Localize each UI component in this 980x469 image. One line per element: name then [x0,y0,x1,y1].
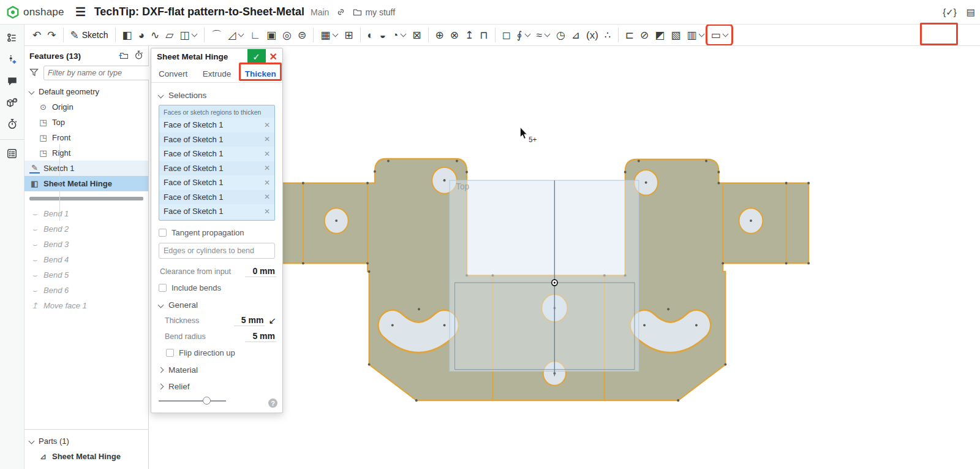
transform-button[interactable]: ↥ [462,26,476,44]
draft-button[interactable]: ◿ [225,26,246,44]
tangent-propagation-row[interactable]: Tangent propagation [159,226,276,240]
spec-list-icon[interactable] [4,145,21,162]
flip-direction-row[interactable]: Flip direction up [159,346,276,360]
flat-pattern-view-button-dropdown-icon[interactable] [723,31,729,37]
feature-list-toggle-icon[interactable] [4,29,21,47]
feature-row-origin[interactable]: ⊙Origin [24,99,148,115]
sketch-button[interactable]: ✎Sketch [68,26,111,44]
main-menu-icon[interactable]: ☰ [75,5,86,19]
part-info-icon[interactable]: ? [4,94,21,111]
modify-fillet-button-dropdown-icon[interactable] [401,31,407,37]
pattern-button-dropdown-icon[interactable] [333,31,339,37]
remove-face-icon[interactable]: ✕ [264,193,270,201]
accept-button[interactable]: ✓ [247,49,266,64]
variable-button[interactable]: (x) [584,26,601,44]
fillet-button[interactable]: ⌒ [209,26,224,44]
feature-row-bend-6[interactable]: ⌣Bend 6 [24,283,148,298]
sheet-metal-corner-button[interactable]: ◩ [652,26,667,44]
mirror-button[interactable]: ⊞ [342,26,355,44]
workspace-label[interactable]: my stuff [365,7,395,17]
boolean-button[interactable]: ◐ [365,26,376,44]
selections-section-header[interactable]: Selections [157,88,276,102]
tangent-propagation-checkbox[interactable] [159,229,167,237]
split-button[interactable]: ◒ [377,26,388,44]
thickness-value[interactable]: 5 mm [234,315,265,326]
new-folder-icon[interactable] [118,51,128,61]
pattern-button[interactable]: ▦ [318,26,341,44]
face-selection-row[interactable]: Face of Sketch 1✕ [159,118,274,132]
helix-button[interactable]: ∮ [514,26,533,44]
tab-convert[interactable]: Convert [151,69,195,78]
bend-radius-value[interactable]: 5 mm [245,331,276,342]
feature-row-bend-2[interactable]: ⌣Bend 2 [24,221,148,237]
filter-input[interactable] [43,66,152,80]
thicken-button[interactable]: ◫ [177,26,200,44]
remove-face-icon[interactable]: ✕ [264,207,270,216]
face-selection-row[interactable]: Face of Sketch 1✕ [159,132,274,147]
origin-marker[interactable] [552,280,557,286]
top-plane[interactable] [450,180,639,371]
custom-feature-script-icon[interactable]: {✓} [943,7,957,18]
feature-row-sheet-metal-hinge[interactable]: ◧Sheet Metal Hinge [24,176,148,191]
history-icon[interactable] [134,50,143,61]
feature-row-bend-5[interactable]: ⌣Bend 5 [24,267,148,283]
modify-fillet-button[interactable]: ◔ [390,26,409,44]
history-icon[interactable] [4,115,21,132]
helix-button-dropdown-icon[interactable] [524,31,530,37]
feature-row-bend-4[interactable]: ⌣Bend 4 [24,252,148,267]
bend-button[interactable]: ∟ [247,26,263,44]
sweep-button[interactable]: ∿ [148,26,162,44]
remove-face-icon[interactable]: ✕ [264,150,270,158]
projected-curve-button[interactable]: ⊿ [569,26,582,44]
spline-button[interactable]: ≈ [534,26,552,44]
branch-label[interactable]: Main [311,7,329,17]
part-item-row[interactable]: ⊿ Sheet Metal Hinge [24,449,148,464]
tab-extrude[interactable]: Extrude [195,69,238,78]
sheet-metal-model-button[interactable]: ⊏ [623,26,636,44]
clearance-value[interactable]: 0 mm [245,266,276,277]
material-section-header[interactable]: Material [157,363,276,378]
feature-spec-list-icon[interactable]: ▤ [967,7,975,18]
document-title[interactable]: TechTip: DXF-flat pattern-to-Sheet-Metal [94,6,304,18]
remove-face-icon[interactable]: ✕ [264,178,270,187]
include-bends-row[interactable]: Include bends [159,281,276,296]
cylinder-button[interactable]: ⊜ [295,26,309,44]
relief-section-header[interactable]: Relief [157,379,276,394]
remove-face-icon[interactable]: ✕ [264,121,270,129]
finish-sheet-metal-button[interactable]: ▧ [668,26,683,44]
composite-curve-button[interactable]: ◷ [554,26,568,44]
face-selection-row[interactable]: Face of Sketch 1✕ [159,190,274,205]
feature-row-right[interactable]: ◳Right [24,145,148,161]
flip-direction-icon[interactable]: ↙ [268,315,276,326]
remove-face-icon[interactable]: ✕ [264,135,270,143]
thicken-button-dropdown-icon[interactable] [192,31,198,37]
feature-row-top[interactable]: ◳Top [24,115,148,130]
offset-surface-button[interactable]: ⊓ [477,26,490,44]
face-selection-row[interactable]: Face of Sketch 1✕ [159,204,274,219]
parts-group-row[interactable]: Parts (1) [24,433,148,449]
opacity-slider[interactable] [159,397,226,405]
feature-row-move-face-1[interactable]: ↥Move face 1 [24,298,148,313]
face-selection-row[interactable]: Face of Sketch 1✕ [159,175,274,190]
insert-item-icon[interactable] [4,51,21,68]
draft-button-dropdown-icon[interactable] [238,31,244,37]
face-selection-row[interactable]: Face of Sketch 1✕ [159,147,274,161]
plane-button[interactable]: ◻ [500,26,513,44]
move-face-button[interactable]: ⊕ [433,26,447,44]
shell-button[interactable]: ▣ [264,26,279,44]
flip-direction-checkbox[interactable] [166,349,174,357]
pattern-studio-button[interactable]: ∴ [602,26,614,44]
revolve-button[interactable]: ◕ [136,26,147,44]
loft-button[interactable]: ▱ [163,26,176,44]
delete-part-button[interactable]: ⊗ [448,26,461,44]
feature-row-default-geometry[interactable]: Default geometry [24,84,148,99]
feature-row-bend-3[interactable]: ⌣Bend 3 [24,237,148,252]
remove-face-icon[interactable]: ✕ [264,164,270,172]
slider-knob[interactable] [203,397,211,405]
general-section-header[interactable]: General [157,298,276,313]
delete-face-button[interactable]: ⊠ [410,26,423,44]
hole-button[interactable]: ◎ [280,26,294,44]
feature-row-bend-1[interactable]: ⌣Bend 1 [24,206,148,221]
undo-button[interactable]: ↶ [30,26,43,44]
extrude-button[interactable]: ◧ [120,26,135,44]
